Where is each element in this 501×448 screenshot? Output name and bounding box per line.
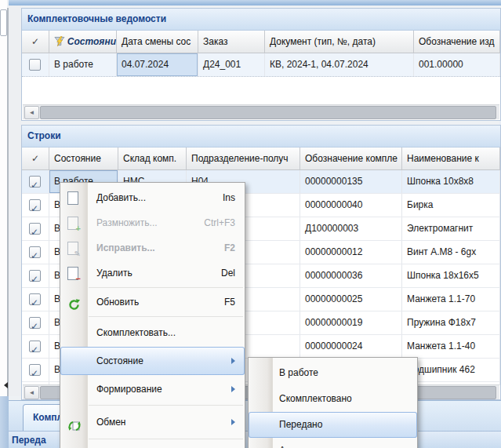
- table-row[interactable]: В работе 04.07.2024 Д24_001 КВ, 2024-1, …: [22, 53, 500, 77]
- app-window: Комплектовочные ведомости ✓ Состояни Дат…: [0, 0, 501, 448]
- cell-state-date[interactable]: 04.07.2024: [117, 53, 198, 76]
- submenu-arrow-icon: [231, 358, 238, 364]
- column-state[interactable]: Состояни: [49, 31, 117, 53]
- submenu-arrow-icon: [231, 386, 238, 392]
- cell-order[interactable]: Д24_001: [198, 53, 265, 76]
- menu-item-edit: ✎ Исправить... F2: [60, 235, 245, 260]
- cell-designation[interactable]: 001.00000: [414, 53, 500, 76]
- submenu-item-transferred[interactable]: Передано: [249, 412, 417, 438]
- bottom-left-panel-edge: [0, 396, 9, 448]
- scrollbar-thumb[interactable]: [40, 106, 496, 119]
- menu-item-state[interactable]: Состояние: [60, 347, 245, 375]
- scroll-left-icon[interactable]: ◄: [24, 386, 39, 399]
- edit-document-icon: ✎: [67, 242, 78, 255]
- column-document[interactable]: Документ (тип, №, дата): [265, 31, 414, 53]
- row-checkbox[interactable]: [29, 341, 41, 352]
- column-order[interactable]: Заказ: [198, 31, 265, 53]
- left-scrollbar-stub[interactable]: [0, 9, 7, 36]
- submenu-item-cancelled[interactable]: Аннулировано: [249, 438, 417, 448]
- column-designation[interactable]: Обозначение изд: [414, 31, 500, 53]
- menu-item-assemble[interactable]: Скомплектовать...: [60, 319, 245, 347]
- left-gutter: [0, 0, 7, 396]
- filter-lightning-icon: [54, 36, 65, 47]
- menu-item-duplicate: + Размножить... Ctrl+F3: [60, 210, 245, 235]
- sheets-panel-title: Комплектовочные ведомости: [22, 9, 500, 31]
- horizontal-scrollbar[interactable]: ◄: [23, 104, 499, 119]
- scroll-left-icon[interactable]: ◄: [24, 106, 39, 119]
- state-submenu: В работе Скомплектовано Передано Аннулир…: [248, 357, 418, 448]
- submenu-item-in-work[interactable]: В работе: [249, 360, 417, 386]
- row-checkbox[interactable]: [29, 270, 41, 282]
- context-menu: Добавить... Ins + Размножить... Ctrl+F3 …: [60, 182, 245, 448]
- menu-item-exchange[interactable]: Обмен: [60, 407, 245, 437]
- row-checkbox[interactable]: [29, 176, 41, 188]
- menu-item-add[interactable]: Добавить... Ins: [60, 185, 245, 210]
- column-state[interactable]: Состояние: [49, 148, 118, 169]
- delete-document-icon: −: [67, 267, 78, 280]
- submenu-arrow-icon: [231, 419, 238, 425]
- row-checkbox[interactable]: [29, 317, 41, 329]
- row-checkbox[interactable]: [29, 293, 41, 305]
- sheets-panel: Комплектовочные ведомости ✓ Состояни Дат…: [21, 8, 501, 121]
- row-checkbox[interactable]: [29, 223, 41, 235]
- select-all-icon[interactable]: ✓: [22, 31, 49, 53]
- column-warehouse[interactable]: Склад комп.: [118, 148, 187, 169]
- menu-item-delete[interactable]: − Удалить Del: [60, 260, 245, 286]
- row-checkbox[interactable]: [29, 364, 41, 376]
- menu-separator: [60, 437, 245, 441]
- select-all-icon[interactable]: ✓: [22, 148, 49, 169]
- column-state-date[interactable]: Дата смены сос: [117, 31, 198, 53]
- column-department[interactable]: Подразделение-получ: [187, 148, 300, 169]
- splitter-collapse-icon[interactable]: [1, 382, 8, 388]
- rows-column-header: ✓ Состояние Склад комп. Подразделение-по…: [22, 148, 500, 170]
- top-border-bar: [9, 0, 501, 5]
- copy-document-icon: +: [67, 217, 78, 230]
- column-code[interactable]: Обозначение компле: [300, 148, 402, 169]
- left-panel-edge: [9, 5, 21, 396]
- cell-document[interactable]: КВ, 2024-1, 04.07.2024: [265, 53, 414, 76]
- row-checkbox[interactable]: [29, 246, 41, 258]
- menu-item-refresh[interactable]: Обновить F5: [60, 290, 245, 315]
- submenu-item-assembled[interactable]: Скомплектовано: [249, 386, 417, 412]
- sheets-column-header: ✓ Состояни Дата смены сос Заказ Документ…: [22, 31, 500, 53]
- rows-panel-title: Строки: [22, 126, 500, 148]
- row-checkbox[interactable]: [29, 199, 41, 211]
- row-checkbox[interactable]: [29, 59, 41, 71]
- cell-state[interactable]: В работе: [49, 53, 117, 76]
- menu-item-formation[interactable]: Формирование: [60, 375, 245, 403]
- column-name[interactable]: Наименование к: [402, 148, 500, 169]
- new-document-icon: [67, 191, 78, 205]
